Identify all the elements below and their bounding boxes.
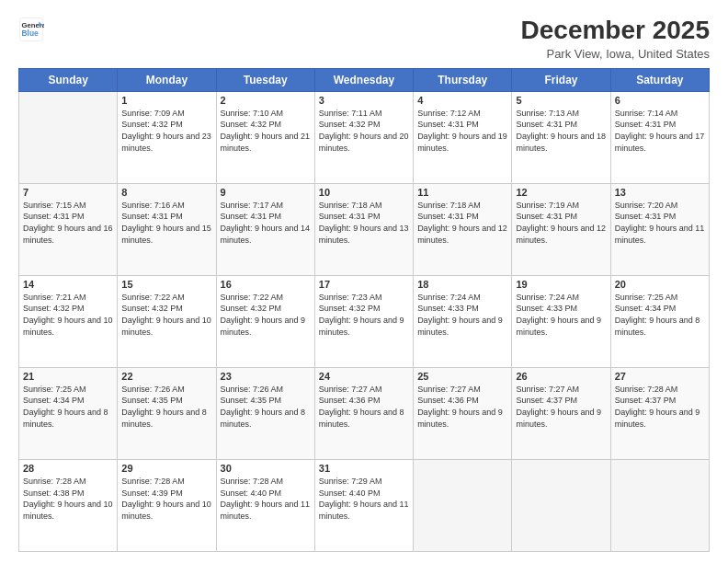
day-info: Sunrise: 7:27 AMSunset: 4:37 PMDaylight:… <box>516 384 606 430</box>
calendar-cell: 19Sunrise: 7:24 AMSunset: 4:33 PMDayligh… <box>512 275 610 367</box>
title-block: December 2025 Park View, Iowa, United St… <box>521 17 710 61</box>
day-number: 31 <box>319 463 409 474</box>
day-number: 8 <box>121 187 211 198</box>
calendar-cell: 23Sunrise: 7:26 AMSunset: 4:35 PMDayligh… <box>216 367 314 459</box>
day-info: Sunrise: 7:10 AMSunset: 4:32 PMDaylight:… <box>221 108 311 154</box>
day-number: 24 <box>319 371 409 382</box>
calendar-cell: 24Sunrise: 7:27 AMSunset: 4:36 PMDayligh… <box>314 367 413 459</box>
day-number: 22 <box>121 371 211 382</box>
day-number: 12 <box>516 187 606 198</box>
calendar-week-row: 7Sunrise: 7:15 AMSunset: 4:31 PMDaylight… <box>19 183 710 275</box>
logo-icon: General Blue <box>18 17 44 42</box>
day-number: 19 <box>516 279 606 290</box>
calendar-header-row: SundayMondayTuesdayWednesdayThursdayFrid… <box>19 68 710 91</box>
day-number: 23 <box>221 371 311 382</box>
day-info: Sunrise: 7:14 AMSunset: 4:31 PMDaylight:… <box>615 108 705 154</box>
day-header-wednesday: Wednesday <box>314 68 413 91</box>
day-info: Sunrise: 7:29 AMSunset: 4:40 PMDaylight:… <box>319 476 409 522</box>
day-number: 10 <box>319 187 409 198</box>
day-info: Sunrise: 7:24 AMSunset: 4:33 PMDaylight:… <box>516 292 606 338</box>
day-number: 29 <box>121 463 211 474</box>
day-header-saturday: Saturday <box>610 68 709 91</box>
day-number: 7 <box>23 187 113 198</box>
day-number: 1 <box>121 95 211 106</box>
day-number: 15 <box>121 279 211 290</box>
day-info: Sunrise: 7:09 AMSunset: 4:32 PMDaylight:… <box>121 108 211 154</box>
calendar-cell <box>512 459 610 551</box>
calendar-week-row: 21Sunrise: 7:25 AMSunset: 4:34 PMDayligh… <box>19 367 710 459</box>
calendar-cell: 8Sunrise: 7:16 AMSunset: 4:31 PMDaylight… <box>118 183 216 275</box>
day-info: Sunrise: 7:19 AMSunset: 4:31 PMDaylight:… <box>516 200 606 246</box>
calendar-cell: 5Sunrise: 7:13 AMSunset: 4:31 PMDaylight… <box>512 91 610 183</box>
calendar-cell: 1Sunrise: 7:09 AMSunset: 4:32 PMDaylight… <box>118 91 216 183</box>
day-number: 20 <box>615 279 705 290</box>
subtitle: Park View, Iowa, United States <box>521 47 710 61</box>
day-info: Sunrise: 7:26 AMSunset: 4:35 PMDaylight:… <box>121 384 211 430</box>
calendar-table: SundayMondayTuesdayWednesdayThursdayFrid… <box>18 68 710 552</box>
calendar-cell: 15Sunrise: 7:22 AMSunset: 4:32 PMDayligh… <box>118 275 216 367</box>
day-number: 3 <box>319 95 409 106</box>
day-info: Sunrise: 7:11 AMSunset: 4:32 PMDaylight:… <box>319 108 409 154</box>
day-number: 17 <box>319 279 409 290</box>
day-info: Sunrise: 7:17 AMSunset: 4:31 PMDaylight:… <box>221 200 311 246</box>
calendar-cell: 30Sunrise: 7:28 AMSunset: 4:40 PMDayligh… <box>216 459 314 551</box>
day-info: Sunrise: 7:26 AMSunset: 4:35 PMDaylight:… <box>221 384 311 430</box>
calendar-cell: 20Sunrise: 7:25 AMSunset: 4:34 PMDayligh… <box>610 275 709 367</box>
calendar-cell: 22Sunrise: 7:26 AMSunset: 4:35 PMDayligh… <box>118 367 216 459</box>
day-info: Sunrise: 7:18 AMSunset: 4:31 PMDaylight:… <box>417 200 507 246</box>
day-info: Sunrise: 7:18 AMSunset: 4:31 PMDaylight:… <box>319 200 409 246</box>
calendar-week-row: 1Sunrise: 7:09 AMSunset: 4:32 PMDaylight… <box>19 91 710 183</box>
calendar-week-row: 28Sunrise: 7:28 AMSunset: 4:38 PMDayligh… <box>19 459 710 551</box>
day-info: Sunrise: 7:27 AMSunset: 4:36 PMDaylight:… <box>319 384 409 430</box>
day-info: Sunrise: 7:15 AMSunset: 4:31 PMDaylight:… <box>23 200 113 246</box>
day-header-tuesday: Tuesday <box>216 68 314 91</box>
day-number: 27 <box>615 371 705 382</box>
calendar-cell: 9Sunrise: 7:17 AMSunset: 4:31 PMDaylight… <box>216 183 314 275</box>
day-info: Sunrise: 7:12 AMSunset: 4:31 PMDaylight:… <box>417 108 507 154</box>
day-info: Sunrise: 7:22 AMSunset: 4:32 PMDaylight:… <box>221 292 311 338</box>
day-number: 11 <box>417 187 507 198</box>
day-info: Sunrise: 7:24 AMSunset: 4:33 PMDaylight:… <box>417 292 507 338</box>
svg-text:Blue: Blue <box>22 29 39 38</box>
day-info: Sunrise: 7:28 AMSunset: 4:40 PMDaylight:… <box>221 476 311 522</box>
day-info: Sunrise: 7:28 AMSunset: 4:39 PMDaylight:… <box>121 476 211 522</box>
calendar-cell: 26Sunrise: 7:27 AMSunset: 4:37 PMDayligh… <box>512 367 610 459</box>
calendar-cell: 17Sunrise: 7:23 AMSunset: 4:32 PMDayligh… <box>314 275 413 367</box>
day-header-thursday: Thursday <box>414 68 512 91</box>
day-number: 6 <box>615 95 705 106</box>
calendar-cell: 16Sunrise: 7:22 AMSunset: 4:32 PMDayligh… <box>216 275 314 367</box>
logo: General Blue <box>18 17 44 42</box>
day-number: 16 <box>221 279 311 290</box>
day-number: 30 <box>221 463 311 474</box>
day-header-friday: Friday <box>512 68 610 91</box>
day-number: 25 <box>417 371 507 382</box>
day-number: 28 <box>23 463 113 474</box>
calendar-cell: 21Sunrise: 7:25 AMSunset: 4:34 PMDayligh… <box>19 367 118 459</box>
day-info: Sunrise: 7:22 AMSunset: 4:32 PMDaylight:… <box>121 292 211 338</box>
calendar-cell: 10Sunrise: 7:18 AMSunset: 4:31 PMDayligh… <box>314 183 413 275</box>
calendar-cell: 13Sunrise: 7:20 AMSunset: 4:31 PMDayligh… <box>610 183 709 275</box>
day-header-sunday: Sunday <box>19 68 118 91</box>
day-number: 5 <box>516 95 606 106</box>
calendar-cell: 11Sunrise: 7:18 AMSunset: 4:31 PMDayligh… <box>414 183 512 275</box>
day-info: Sunrise: 7:25 AMSunset: 4:34 PMDaylight:… <box>23 384 113 430</box>
calendar-cell <box>610 459 709 551</box>
calendar-cell: 29Sunrise: 7:28 AMSunset: 4:39 PMDayligh… <box>118 459 216 551</box>
calendar-cell: 6Sunrise: 7:14 AMSunset: 4:31 PMDaylight… <box>610 91 709 183</box>
calendar-cell: 12Sunrise: 7:19 AMSunset: 4:31 PMDayligh… <box>512 183 610 275</box>
day-number: 4 <box>417 95 507 106</box>
header: General Blue December 2025 Park View, Io… <box>18 17 710 61</box>
calendar-cell: 4Sunrise: 7:12 AMSunset: 4:31 PMDaylight… <box>414 91 512 183</box>
day-info: Sunrise: 7:25 AMSunset: 4:34 PMDaylight:… <box>615 292 705 338</box>
calendar-cell: 2Sunrise: 7:10 AMSunset: 4:32 PMDaylight… <box>216 91 314 183</box>
day-number: 14 <box>23 279 113 290</box>
day-info: Sunrise: 7:21 AMSunset: 4:32 PMDaylight:… <box>23 292 113 338</box>
day-info: Sunrise: 7:23 AMSunset: 4:32 PMDaylight:… <box>319 292 409 338</box>
calendar-cell: 27Sunrise: 7:28 AMSunset: 4:37 PMDayligh… <box>610 367 709 459</box>
day-number: 9 <box>221 187 311 198</box>
calendar-cell <box>414 459 512 551</box>
day-number: 13 <box>615 187 705 198</box>
page: General Blue December 2025 Park View, Io… <box>0 0 728 563</box>
day-number: 2 <box>221 95 311 106</box>
day-info: Sunrise: 7:20 AMSunset: 4:31 PMDaylight:… <box>615 200 705 246</box>
